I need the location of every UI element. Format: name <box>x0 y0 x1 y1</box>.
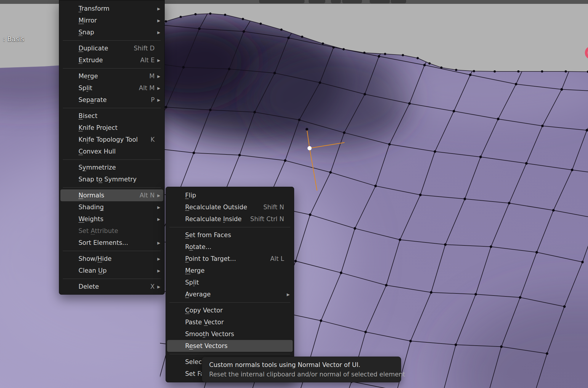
accelerator-letter: P <box>185 255 189 262</box>
menu-item-clean-up[interactable]: Clean Up▶ <box>59 265 164 277</box>
accelerator-letter: E <box>78 57 82 64</box>
label-text: ector <box>208 319 224 326</box>
label-text: nside <box>225 215 241 223</box>
label-text: Recalculate <box>185 215 223 223</box>
accelerator-letter: t <box>203 330 205 338</box>
menu-item-label: Point to Target... <box>185 255 270 262</box>
menu-item-transform[interactable]: Transform▶ <box>59 3 164 15</box>
header-button[interactable] <box>259 0 305 3</box>
submenu-arrow-icon: ▶ <box>155 86 160 90</box>
menu-item-label: Normals <box>78 192 140 199</box>
accelerator-letter: W <box>78 215 84 223</box>
label-text: nife Project <box>83 124 118 131</box>
menu-item-smooth-vectors[interactable]: Smooth Vectors <box>166 328 294 340</box>
menu-item-bisect[interactable]: Bisect <box>59 110 164 122</box>
label-text: Sort Elements... <box>78 239 128 246</box>
menu-item-label: Extrude <box>78 57 140 64</box>
menu-item-show-hide[interactable]: Show/Hide▶ <box>59 253 164 265</box>
menu-item-reset-vectors[interactable]: Reset Vectors <box>167 340 293 352</box>
label-text: Smoo <box>185 330 203 338</box>
header-button[interactable] <box>391 0 406 3</box>
submenu-arrow-icon: ▶ <box>155 241 160 245</box>
label-text: ide <box>102 255 112 262</box>
menu-item-merge[interactable]: Merge <box>166 265 294 277</box>
active-vertex-dot[interactable] <box>307 146 312 150</box>
menu-item-copy-vector[interactable]: Copy Vector <box>166 304 294 316</box>
header-button[interactable] <box>342 0 362 3</box>
separator-line <box>63 108 161 108</box>
menu-item-point-to-target[interactable]: Point to Target...Alt L <box>166 253 294 265</box>
accelerator-letter: M <box>185 267 190 274</box>
menu-item-recalculate-inside[interactable]: Recalculate InsideShift Ctrl N <box>166 213 294 225</box>
menu-item-label: Snap <box>78 29 155 36</box>
menu-item-snap-to-symmetry[interactable]: Snap to Symmetry <box>59 173 164 185</box>
label-text: et from Faces <box>189 231 231 239</box>
menu-item-symmetrize[interactable]: Symmetrize <box>59 162 164 173</box>
menu-item-flip[interactable]: Flip <box>166 189 294 201</box>
menu-item-label: Weights <box>78 215 155 223</box>
submenu-arrow-icon: ▶ <box>155 285 160 289</box>
submenu-arrow-icon: ▶ <box>155 58 160 63</box>
header-button[interactable] <box>309 0 325 3</box>
label-text: opy Vector <box>190 307 223 314</box>
shortcut-hint: Alt L <box>270 255 284 262</box>
menu-item-mirror[interactable]: Mirror▶ <box>59 15 164 26</box>
separator-line <box>63 279 161 279</box>
label-text: oint to Target... <box>189 255 236 262</box>
menu-item-merge[interactable]: MergeM▶ <box>59 70 164 82</box>
accelerator-letter: y <box>82 164 86 171</box>
accelerator-letter: A <box>91 227 95 234</box>
label-text: Show/ <box>78 255 97 262</box>
shortcut-hint: M <box>149 73 155 80</box>
shortcut-hint: Alt M <box>139 84 155 92</box>
accelerator-letter: R <box>185 204 189 211</box>
shortcut-hint: X <box>150 283 155 290</box>
menu-separator <box>59 66 164 70</box>
submenu-arrow-icon: ▶ <box>155 257 160 261</box>
submenu-arrow-icon: ▶ <box>155 269 160 273</box>
menu-item-convex-hull[interactable]: Convex Hull <box>59 146 164 157</box>
menu-item-label: Rotate... <box>185 243 285 250</box>
menu-item-split[interactable]: Split <box>166 277 294 288</box>
label-text: ecalculate Outside <box>189 204 247 211</box>
menu-item-weights[interactable]: Weights▶ <box>59 213 164 225</box>
menu-item-average[interactable]: Average▶ <box>166 288 294 300</box>
menu-item-recalculate-outside[interactable]: Recalculate OutsideShift N <box>166 201 294 213</box>
header-button[interactable] <box>370 0 390 3</box>
menu-item-label: Paste Vector <box>185 319 285 326</box>
menu-item-rotate[interactable]: Rotate... <box>166 241 294 253</box>
menu-item-label: Set from Faces <box>185 231 285 239</box>
label-text: tate... <box>193 243 212 250</box>
menu-item-set-from-faces[interactable]: Set from Faces <box>166 229 294 241</box>
menu-item-duplicate[interactable]: DuplicateShift D <box>59 42 164 54</box>
menu-item-label: Shading <box>78 204 155 211</box>
menu-item-split[interactable]: SplitAlt M▶ <box>59 82 164 94</box>
menu-item-separate[interactable]: SeparateP▶ <box>59 94 164 106</box>
accelerator-letter: D <box>78 45 83 52</box>
menu-item-label: Recalculate Inside <box>185 215 250 223</box>
menu-item-snap[interactable]: Snap▶ <box>59 26 164 38</box>
label-text: Delete <box>78 283 99 290</box>
accelerator-letter: U <box>98 267 102 274</box>
menu-item-shading[interactable]: Shading▶ <box>59 201 164 213</box>
menu-item-set-attribute: Set Attribute <box>59 225 164 237</box>
menu-item-knife-topology-tool[interactable]: Knife Topology ToolK <box>59 134 164 146</box>
menu-item-delete[interactable]: DeleteX▶ <box>59 281 164 293</box>
menu-item-normals[interactable]: NormalsAlt N▶ <box>60 189 163 201</box>
menu-item-extrude[interactable]: ExtrudeAlt E▶ <box>59 54 164 66</box>
menu-item-sort-elements[interactable]: Sort Elements...▶ <box>59 237 164 249</box>
submenu-arrow-icon: ▶ <box>155 98 160 102</box>
submenu-arrow-icon: ▶ <box>155 217 160 221</box>
label-text: Set <box>78 227 91 234</box>
label-text: Kn <box>78 136 86 143</box>
accelerator-letter: S <box>185 231 189 239</box>
menu-item-label: Split <box>78 84 139 92</box>
menu-item-knife-project[interactable]: Knife Project <box>59 122 164 134</box>
submenu-arrow-icon: ▶ <box>155 74 160 79</box>
menu-item-label: Reset Vectors <box>185 342 285 349</box>
shortcut-hint: Shift N <box>263 204 284 211</box>
header-button[interactable] <box>331 0 341 3</box>
accelerator-letter: M <box>78 17 84 24</box>
accelerator-letter: T <box>78 5 81 12</box>
menu-item-paste-vector[interactable]: Paste Vector <box>166 316 294 328</box>
